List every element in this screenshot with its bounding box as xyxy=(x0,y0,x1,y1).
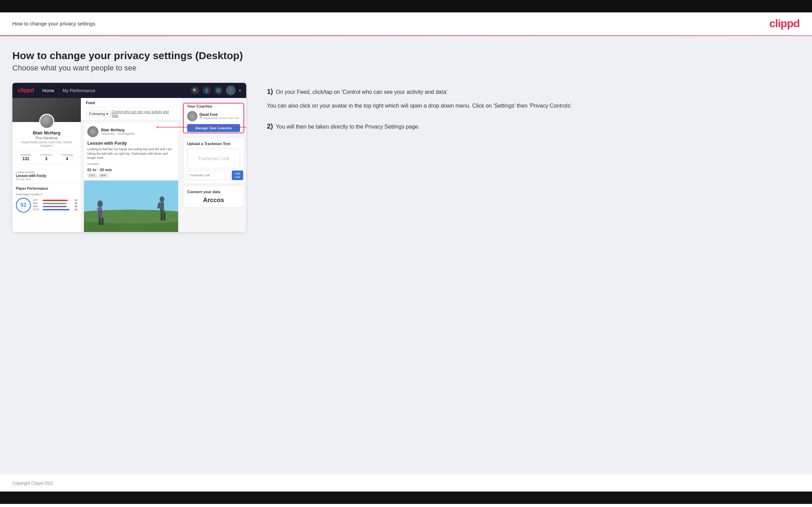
site-footer: Copyright Clippd 2022 xyxy=(0,474,812,492)
stat-activities: Activities 131 xyxy=(20,153,31,161)
profile-info: Blair McHarg Plus Handicap Royal North D… xyxy=(12,122,81,169)
tag-app: APP xyxy=(98,173,108,178)
bar-app: APP 85 xyxy=(33,202,77,205)
connect-section: Connect your data Arccos xyxy=(184,186,243,207)
main-content: How to change your privacy settings (Des… xyxy=(0,36,812,474)
instructions-panel: 1) On your Feed, click/tap on 'Control w… xyxy=(260,83,800,142)
quality-score: 92 xyxy=(16,198,31,213)
step1-extra: You can also click on your avatar in the… xyxy=(267,101,800,110)
post-title: Lesson with Fordy xyxy=(84,141,178,147)
svg-rect-12 xyxy=(163,212,165,221)
profile-handicap: Plus Handicap xyxy=(16,136,77,140)
manage-coaches-button[interactable]: Manage Your Coaches xyxy=(187,124,240,132)
feed-header: Feed xyxy=(81,98,181,108)
globe-icon[interactable]: 🌐 xyxy=(214,86,223,95)
post-image xyxy=(84,180,178,232)
app-logo: clippd xyxy=(18,87,34,93)
trackman-section: Upload a Trackman Test Trackman Link Add… xyxy=(184,138,243,184)
post-tags: OTT APP xyxy=(84,173,178,180)
trackman-input[interactable] xyxy=(187,170,230,180)
stat-following: Following 4 xyxy=(61,153,73,161)
instruction-step1: 1) On your Feed, click/tap on 'Control w… xyxy=(267,86,800,110)
post-meta: Yesterday · Sunningdale xyxy=(101,132,134,135)
coaches-title: Your Coaches xyxy=(187,104,240,108)
post-description: Looking to feel like my hands are exitin… xyxy=(84,147,178,162)
content-layout: clippd Home My Performance 🔍 👤 🌐 👤 ▾ xyxy=(12,83,800,232)
your-coaches-section: Your Coaches David Ford 📍 Royal North De… xyxy=(184,101,243,135)
right-panel: Your Coaches David Ford 📍 Royal North De… xyxy=(181,98,246,232)
nav-home[interactable]: Home xyxy=(42,88,54,93)
avatar-chevron: ▾ xyxy=(239,89,241,92)
feed-post: Blair McHarg Yesterday · Sunningdale Les… xyxy=(84,123,178,232)
privacy-link[interactable]: Control who can see your activity and da… xyxy=(111,110,176,118)
tag-ott: OTT xyxy=(87,173,97,178)
post-header: Blair McHarg Yesterday · Sunningdale xyxy=(84,123,178,141)
profile-name: Blair McHarg xyxy=(16,130,77,135)
step2-text: You will then be taken directly to the P… xyxy=(276,122,420,131)
bar-arg: ARG 86 xyxy=(33,205,77,208)
app-navbar: clippd Home My Performance 🔍 👤 🌐 👤 ▾ xyxy=(12,83,246,98)
following-button[interactable]: Following ▾ xyxy=(86,111,111,117)
feed-area[interactable]: Feed Following ▾ Control who can see you… xyxy=(81,98,181,232)
feed-tab[interactable]: Feed xyxy=(86,101,95,105)
profile-stats: Activities 131 Followers 3 Following 4 xyxy=(16,153,77,161)
bar-ott: OTT 90 xyxy=(33,199,77,201)
step2-number: 2) xyxy=(267,122,273,130)
coach-avatar xyxy=(187,111,197,121)
feed-controls: Following ▾ Control who can see your act… xyxy=(81,108,181,120)
svg-rect-6 xyxy=(99,218,101,225)
search-icon[interactable]: 🔍 xyxy=(191,86,199,95)
svg-rect-7 xyxy=(101,218,104,225)
profile-club: Royal North Devon Golf Club, United King… xyxy=(16,141,77,147)
profile-cover xyxy=(12,98,81,122)
connect-title: Connect your data xyxy=(187,190,240,194)
page-title: How to change your privacy settings (Des… xyxy=(12,50,800,62)
coach-name: David Ford xyxy=(199,113,239,117)
coach-item: David Ford 📍 Royal North Devon Golf Club xyxy=(187,111,240,121)
bottom-bar xyxy=(0,492,812,504)
svg-rect-11 xyxy=(161,212,163,221)
quality-bars: OTT 90 APP 85 ARG xyxy=(33,199,77,211)
avatar-icon[interactable]: 👤 xyxy=(226,86,236,95)
quality-row: 92 OTT 90 APP 85 xyxy=(16,198,77,213)
step1-text: On your Feed, click/tap on 'Control who … xyxy=(276,88,449,97)
add-link-button[interactable]: Add Link xyxy=(232,170,243,180)
app-nav-icons: 🔍 👤 🌐 👤 ▾ xyxy=(191,86,241,95)
nav-my-performance[interactable]: My Performance xyxy=(63,88,95,93)
post-user-name: Blair McHarg xyxy=(101,128,134,132)
app-body: Blair McHarg Plus Handicap Royal North D… xyxy=(12,98,246,232)
clippd-logo: clippd xyxy=(769,17,800,30)
profile-avatar xyxy=(39,114,54,129)
trackman-title: Upload a Trackman Test xyxy=(187,142,240,146)
breadcrumb: How to change your privacy settings xyxy=(12,21,95,26)
user-icon[interactable]: 👤 xyxy=(203,86,211,95)
stat-followers: Followers 3 xyxy=(40,153,52,161)
site-header: How to change your privacy settings clip… xyxy=(0,12,812,35)
svg-point-3 xyxy=(97,200,103,207)
post-duration: Duration xyxy=(84,162,178,168)
app-mockup: clippd Home My Performance 🔍 👤 🌐 👤 ▾ xyxy=(12,83,246,232)
instruction-step2: 2) You will then be taken directly to th… xyxy=(267,121,800,131)
footer-copyright: Copyright Clippd 2022 xyxy=(12,481,53,486)
arccos-logo: Arccos xyxy=(187,197,240,204)
bar-putt: PUTT 96 xyxy=(33,208,77,211)
trackman-placeholder: Trackman Link xyxy=(187,148,240,168)
trackman-input-row: Add Link xyxy=(187,170,240,180)
page-subtitle: Choose what you want people to see xyxy=(12,64,800,73)
svg-point-8 xyxy=(160,196,164,202)
post-avatar xyxy=(87,126,98,137)
top-bar xyxy=(0,0,812,12)
step1-number: 1) xyxy=(267,88,273,96)
profile-sidebar: Blair McHarg Plus Handicap Royal North D… xyxy=(12,98,81,232)
coach-club: 📍 Royal North Devon Golf Club xyxy=(199,117,239,120)
player-performance: Player Performance Total Player Quality … xyxy=(12,184,81,216)
